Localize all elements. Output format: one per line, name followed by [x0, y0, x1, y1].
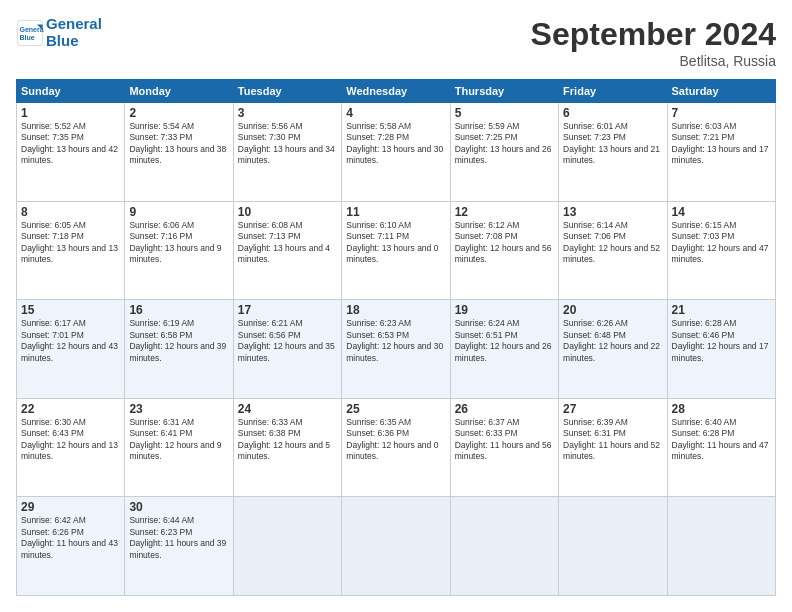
col-friday: Friday — [559, 80, 667, 103]
table-row: 13Sunrise: 6:14 AMSunset: 7:06 PMDayligh… — [559, 201, 667, 300]
table-row: 14Sunrise: 6:15 AMSunset: 7:03 PMDayligh… — [667, 201, 775, 300]
col-thursday: Thursday — [450, 80, 558, 103]
table-row: 17Sunrise: 6:21 AMSunset: 6:56 PMDayligh… — [233, 300, 341, 399]
table-row: 25Sunrise: 6:35 AMSunset: 6:36 PMDayligh… — [342, 398, 450, 497]
table-row — [667, 497, 775, 596]
table-row: 8Sunrise: 6:05 AMSunset: 7:18 PMDaylight… — [17, 201, 125, 300]
svg-rect-0 — [17, 20, 42, 45]
table-row: 9Sunrise: 6:06 AMSunset: 7:16 PMDaylight… — [125, 201, 233, 300]
table-row: 26Sunrise: 6:37 AMSunset: 6:33 PMDayligh… — [450, 398, 558, 497]
table-row: 30Sunrise: 6:44 AMSunset: 6:23 PMDayligh… — [125, 497, 233, 596]
table-row: 4Sunrise: 5:58 AMSunset: 7:28 PMDaylight… — [342, 103, 450, 202]
col-wednesday: Wednesday — [342, 80, 450, 103]
table-row: 10Sunrise: 6:08 AMSunset: 7:13 PMDayligh… — [233, 201, 341, 300]
header: General Blue General Blue September 2024… — [16, 16, 776, 69]
table-row: 7Sunrise: 6:03 AMSunset: 7:21 PMDaylight… — [667, 103, 775, 202]
table-row: 21Sunrise: 6:28 AMSunset: 6:46 PMDayligh… — [667, 300, 775, 399]
col-monday: Monday — [125, 80, 233, 103]
table-row — [450, 497, 558, 596]
calendar-week-2: 8Sunrise: 6:05 AMSunset: 7:18 PMDaylight… — [17, 201, 776, 300]
table-row: 19Sunrise: 6:24 AMSunset: 6:51 PMDayligh… — [450, 300, 558, 399]
table-row — [559, 497, 667, 596]
table-row: 24Sunrise: 6:33 AMSunset: 6:38 PMDayligh… — [233, 398, 341, 497]
logo: General Blue General Blue — [16, 16, 102, 49]
table-row: 28Sunrise: 6:40 AMSunset: 6:28 PMDayligh… — [667, 398, 775, 497]
calendar-header-row: Sunday Monday Tuesday Wednesday Thursday… — [17, 80, 776, 103]
table-row: 20Sunrise: 6:26 AMSunset: 6:48 PMDayligh… — [559, 300, 667, 399]
location: Betlitsa, Russia — [531, 53, 776, 69]
svg-text:Blue: Blue — [20, 34, 35, 41]
calendar-week-3: 15Sunrise: 6:17 AMSunset: 7:01 PMDayligh… — [17, 300, 776, 399]
calendar-week-5: 29Sunrise: 6:42 AMSunset: 6:26 PMDayligh… — [17, 497, 776, 596]
table-row: 3Sunrise: 5:56 AMSunset: 7:30 PMDaylight… — [233, 103, 341, 202]
page: General Blue General Blue September 2024… — [0, 0, 792, 612]
table-row: 6Sunrise: 6:01 AMSunset: 7:23 PMDaylight… — [559, 103, 667, 202]
table-row: 15Sunrise: 6:17 AMSunset: 7:01 PMDayligh… — [17, 300, 125, 399]
calendar-table: Sunday Monday Tuesday Wednesday Thursday… — [16, 79, 776, 596]
calendar-week-4: 22Sunrise: 6:30 AMSunset: 6:43 PMDayligh… — [17, 398, 776, 497]
col-sunday: Sunday — [17, 80, 125, 103]
logo-subtext: Blue — [46, 32, 79, 49]
logo-icon: General Blue — [16, 19, 44, 47]
table-row: 12Sunrise: 6:12 AMSunset: 7:08 PMDayligh… — [450, 201, 558, 300]
table-row: 5Sunrise: 5:59 AMSunset: 7:25 PMDaylight… — [450, 103, 558, 202]
col-tuesday: Tuesday — [233, 80, 341, 103]
table-row: 23Sunrise: 6:31 AMSunset: 6:41 PMDayligh… — [125, 398, 233, 497]
logo-text: General — [46, 15, 102, 32]
table-row: 16Sunrise: 6:19 AMSunset: 6:58 PMDayligh… — [125, 300, 233, 399]
col-saturday: Saturday — [667, 80, 775, 103]
title-block: September 2024 Betlitsa, Russia — [531, 16, 776, 69]
table-row: 2Sunrise: 5:54 AMSunset: 7:33 PMDaylight… — [125, 103, 233, 202]
table-row — [342, 497, 450, 596]
table-row: 22Sunrise: 6:30 AMSunset: 6:43 PMDayligh… — [17, 398, 125, 497]
table-row: 27Sunrise: 6:39 AMSunset: 6:31 PMDayligh… — [559, 398, 667, 497]
table-row: 11Sunrise: 6:10 AMSunset: 7:11 PMDayligh… — [342, 201, 450, 300]
calendar-week-1: 1Sunrise: 5:52 AMSunset: 7:35 PMDaylight… — [17, 103, 776, 202]
table-row: 18Sunrise: 6:23 AMSunset: 6:53 PMDayligh… — [342, 300, 450, 399]
table-row: 1Sunrise: 5:52 AMSunset: 7:35 PMDaylight… — [17, 103, 125, 202]
table-row: 29Sunrise: 6:42 AMSunset: 6:26 PMDayligh… — [17, 497, 125, 596]
table-row — [233, 497, 341, 596]
month-title: September 2024 — [531, 16, 776, 53]
